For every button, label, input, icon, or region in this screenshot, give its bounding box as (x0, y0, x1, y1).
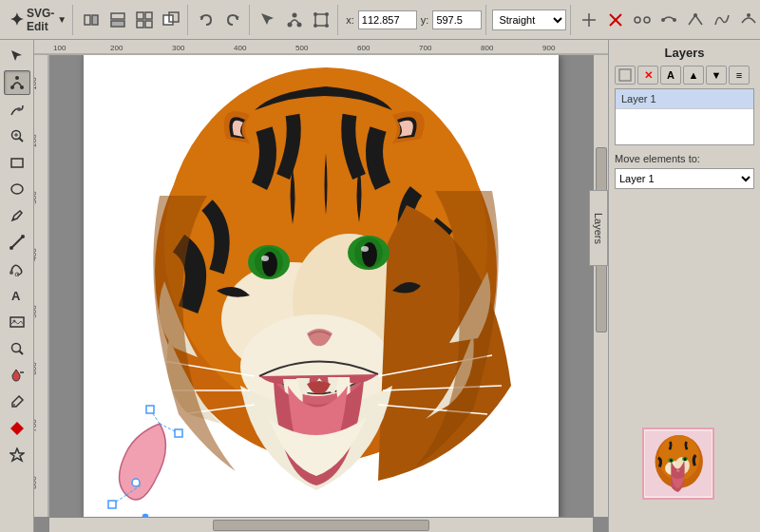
transform-btn[interactable] (309, 9, 333, 31)
drawing-canvas[interactable] (84, 55, 559, 517)
svg-rect-6 (137, 21, 143, 28)
layer-up-btn[interactable]: ▲ (683, 66, 704, 85)
svg-text:200: 200 (34, 134, 38, 147)
add-node-btn[interactable] (577, 9, 601, 31)
svg-rect-1 (92, 15, 98, 25)
svg-line-35 (19, 138, 23, 142)
ellipse-tool[interactable] (4, 177, 30, 201)
toolbar-coords-section: x: y: (340, 5, 486, 35)
svg-point-33 (17, 107, 21, 111)
diamond-tool[interactable] (4, 416, 30, 441)
toolbar-node-section (252, 5, 338, 35)
layer-down-btn[interactable]: ▼ (706, 66, 727, 85)
image-tool[interactable] (4, 310, 30, 334)
svg-text:200: 200 (110, 44, 124, 52)
h-scroll-handle[interactable] (213, 520, 430, 531)
svg-text:500: 500 (34, 305, 38, 318)
smooth-btn[interactable] (710, 9, 734, 31)
svg-point-13 (293, 12, 297, 17)
layers-toolbar: ✕ A ▲ ▼ ≡ (615, 66, 754, 85)
svg-marker-54 (10, 448, 24, 461)
redo-btn[interactable] (220, 9, 245, 31)
node-tool-btn[interactable] (282, 9, 307, 31)
svg-text:700: 700 (34, 419, 38, 432)
svg-text:600: 600 (357, 44, 370, 52)
text-tool[interactable]: A (4, 283, 30, 308)
flip-y-btn[interactable] (105, 9, 130, 31)
horizontal-scrollbar[interactable] (49, 517, 593, 532)
node-edit-tool[interactable] (4, 70, 30, 95)
svg-point-16 (314, 12, 317, 16)
undo-btn[interactable] (194, 9, 218, 31)
clone-btn[interactable] (159, 9, 183, 31)
svg-point-49 (11, 344, 20, 352)
select-tool[interactable] (4, 44, 30, 68)
svg-point-18 (314, 24, 317, 28)
svg-rect-2 (111, 13, 124, 19)
thumbnail-box (642, 428, 714, 500)
svg-rect-66 (34, 55, 49, 517)
svg-marker-53 (10, 422, 24, 435)
join-nodes-btn[interactable] (656, 9, 681, 31)
layer-options-btn[interactable]: ≡ (729, 66, 750, 85)
toolbar-node-actions-section (573, 5, 760, 35)
tweak-tool[interactable] (4, 97, 30, 122)
svg-text:400: 400 (234, 44, 247, 52)
y-input[interactable] (432, 10, 482, 29)
rect-tool[interactable] (4, 150, 30, 175)
svg-text:A: A (11, 289, 21, 303)
svg-point-93 (261, 256, 269, 261)
svg-point-43 (21, 235, 25, 238)
svg-point-25 (644, 17, 650, 23)
layers-title: Layers (615, 46, 754, 60)
logo-dropdown-icon[interactable]: ▼ (57, 14, 66, 25)
star-tool[interactable] (4, 443, 30, 467)
horizontal-ruler: 100 200 300 400 500 600 700 800 900 (34, 40, 608, 55)
svg-point-31 (15, 76, 19, 80)
svg-rect-7 (145, 21, 152, 28)
layer-delete-btn[interactable]: ✕ (637, 66, 658, 85)
svg-point-44 (10, 271, 13, 275)
vertical-ruler: 100 200 300 400 500 600 700 800 (34, 55, 49, 517)
flip-x-btn[interactable] (79, 9, 104, 31)
svg-line-50 (19, 352, 23, 355)
x-input[interactable] (358, 10, 417, 29)
svg-rect-38 (11, 159, 23, 167)
layers-side-tab[interactable]: Layers (589, 190, 608, 266)
canvas-content (49, 55, 593, 517)
svg-point-26 (661, 18, 665, 22)
layer-move-select[interactable]: Layer 1 (615, 168, 754, 189)
magnify-tool[interactable] (4, 336, 30, 361)
app-title: SVG-Edit (27, 7, 54, 33)
cusp-btn[interactable] (683, 9, 708, 31)
break-apart-btn[interactable] (630, 9, 655, 31)
layer-move-label: Move elements to: (615, 153, 754, 164)
select-path-btn[interactable] (256, 9, 280, 31)
svg-text:800: 800 (34, 476, 38, 489)
pencil-tool[interactable] (4, 203, 30, 228)
symmetric-btn[interactable] (736, 9, 760, 31)
x-label: x: (344, 14, 356, 26)
delete-node-btn[interactable] (603, 9, 628, 31)
svg-point-114 (670, 459, 672, 462)
line-type-select[interactable]: Straight Curve Symmetric Smooth (492, 10, 566, 30)
svg-point-92 (262, 252, 277, 276)
svg-text:300: 300 (172, 44, 185, 52)
group-btn[interactable] (132, 9, 157, 31)
svg-point-42 (10, 246, 13, 250)
vertical-scrollbar[interactable] (593, 55, 608, 517)
dropper-tool[interactable] (4, 390, 30, 414)
svg-point-27 (673, 18, 676, 22)
path-tool[interactable] (4, 256, 30, 281)
layer-rename-btn[interactable]: A (660, 66, 681, 85)
svg-point-24 (635, 17, 640, 23)
app-logo[interactable]: ✦ SVG-Edit ▼ (4, 5, 73, 35)
svg-rect-3 (111, 21, 124, 27)
svg-point-52 (13, 404, 15, 406)
layer-item[interactable]: Layer 1 (616, 89, 753, 109)
toolbar-linetype-section: Straight Curve Symmetric Smooth (488, 5, 571, 35)
line-tool[interactable] (4, 230, 30, 255)
zoom-tool[interactable] (4, 124, 30, 148)
fill-tool[interactable] (4, 363, 30, 388)
layer-visibility-btn[interactable] (615, 66, 636, 85)
